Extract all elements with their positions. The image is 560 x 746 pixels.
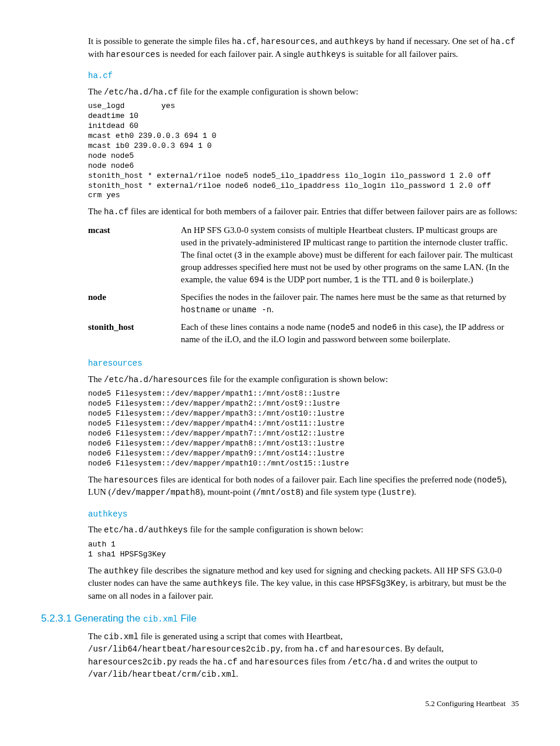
haresources-explain: The haresources files are identical for … <box>88 474 519 499</box>
def-desc: An HP SFS G3.0-0 system consists of mult… <box>181 222 519 289</box>
text: file is generated using a script that co… <box>139 632 343 641</box>
text: file for the example configuration is sh… <box>208 374 388 384</box>
text: is needed for each failover pair. A sing… <box>160 49 306 59</box>
inline-code: hostname <box>181 305 220 315</box>
hacf-explain: The ha.cf files are identical for both m… <box>88 205 519 218</box>
text: , from <box>281 644 304 653</box>
text: with <box>88 49 106 59</box>
inline-code: ha.cf <box>104 207 129 217</box>
def-term: mcast <box>88 222 181 289</box>
text: and <box>355 322 372 332</box>
text: Specifies the nodes in the failover pair… <box>181 292 507 302</box>
heading-text: 5.2.3.1 Generating the <box>41 613 143 624</box>
def-desc: Each of these lines contains a node name… <box>181 319 519 349</box>
authkeys-intro: The etc/ha.d/authkeys file for the sampl… <box>88 524 519 536</box>
text: file for the sample configuration is sho… <box>188 525 363 534</box>
inline-code: ha.cf <box>304 644 329 654</box>
inline-code: lustre <box>382 488 411 497</box>
haresources-intro: The /etc/ha.d/haresources file for the e… <box>88 373 519 386</box>
inline-code: etc/ha.d/authkeys <box>104 525 188 535</box>
text: by hand if necessary. One set of <box>374 36 491 46</box>
text: files from <box>309 657 348 666</box>
text: . <box>271 305 274 314</box>
inline-code: node5 <box>477 475 502 485</box>
text: and <box>237 657 254 666</box>
inline-code: haresources <box>255 657 309 667</box>
inline-code: 3 <box>237 251 242 260</box>
inline-code: /etc/ha.d/ha.cf <box>104 87 178 97</box>
inline-code: ha.cf <box>491 37 515 46</box>
text: is boilerplate.) <box>420 275 473 284</box>
inline-code: /etc/ha.d/haresources <box>104 375 207 384</box>
inline-code: haresources <box>346 644 400 654</box>
text: . By default, <box>400 644 444 653</box>
haresources-code-block: node5 Filesystem::/dev/mapper/mpath1::/m… <box>88 389 519 468</box>
def-desc: Specifies the nodes in the failover pair… <box>181 289 519 319</box>
inline-code: haresources <box>104 475 158 485</box>
text: is the TTL and <box>359 275 415 284</box>
inline-code: HPSFSg3Key <box>356 579 406 588</box>
inline-code: node5 <box>330 323 355 332</box>
text: Each of these lines contains a node name… <box>181 322 330 332</box>
authkeys-heading: authkeys <box>88 507 519 521</box>
cibxml-paragraph: The cib.xml file is generated using a sc… <box>88 630 519 681</box>
inline-code: authkey <box>104 566 139 576</box>
inline-code: uname -n <box>232 305 271 315</box>
inline-code: 694 <box>249 275 264 285</box>
text: ), mount-point ( <box>200 487 256 497</box>
text: and <box>329 644 346 653</box>
authkeys-code-block: auth 1 1 sha1 HPSFSg3Key <box>88 540 519 560</box>
text: The <box>88 525 104 534</box>
def-row-node: node Specifies the nodes in the failover… <box>88 289 519 319</box>
intro-paragraph: It is possible to generate the simple fi… <box>88 35 519 60</box>
text: , and <box>315 36 335 46</box>
inline-code: /var/lib/heartbeat/crm/cib.xml <box>88 670 236 679</box>
hacf-code-block: use_logd yes deadtime 10 initdead 60 mca… <box>88 102 519 201</box>
inline-code: ha.cf <box>232 37 257 46</box>
text: file. The key value, in this case <box>242 578 356 588</box>
text: . <box>236 669 238 679</box>
inline-code: authkeys <box>335 37 374 46</box>
inline-code: haresources <box>106 50 160 59</box>
def-row-mcast: mcast An HP SFS G3.0-0 system consists o… <box>88 222 519 289</box>
inline-code: node6 <box>372 323 397 332</box>
heading-text: ha.cf <box>88 71 113 80</box>
text: files are identical for both nodes of a … <box>158 475 477 484</box>
text: files are identical for both members of … <box>129 207 517 216</box>
inline-code: haresources2cib.py <box>88 657 177 667</box>
text: or <box>220 305 232 314</box>
haresources-heading: haresources <box>88 356 519 370</box>
inline-code: 1 <box>354 275 359 285</box>
text: file for the example configuration is sh… <box>178 87 358 96</box>
def-row-stonith: stonith_host Each of these lines contain… <box>88 319 519 349</box>
inline-code: /mnt/ost8 <box>256 488 301 497</box>
heading-text: authkeys <box>88 509 127 519</box>
footer-section: 5.2 Configuring Heartbeat <box>425 699 505 708</box>
text: The <box>88 566 104 575</box>
inline-code: authkeys <box>306 50 346 59</box>
heading-text: haresources <box>88 359 142 368</box>
text: The <box>88 632 104 641</box>
text: is suitable for all failover pairs. <box>346 49 458 59</box>
inline-code: /dev/mapper/mpath8 <box>112 488 200 497</box>
text: The <box>88 87 104 96</box>
heading-text: File <box>178 613 197 624</box>
hacf-definition-list: mcast An HP SFS G3.0-0 system consists o… <box>88 222 519 348</box>
inline-code: /usr/lib64/heartbeat/haresources2cib.py <box>88 644 281 654</box>
text: is the UDP port number, <box>264 275 354 284</box>
text: The <box>88 374 104 384</box>
text: ) and file system type ( <box>301 487 382 497</box>
text: and writes the output to <box>392 657 477 666</box>
page-content: It is possible to generate the simple fi… <box>88 35 519 681</box>
inline-code: authkeys <box>203 579 242 588</box>
inline-code: cib.xml <box>143 615 178 624</box>
hacf-intro: The /etc/ha.d/ha.cf file for the example… <box>88 86 519 99</box>
text: reads the <box>177 657 212 666</box>
authkeys-explain: The authkey file describes the signature… <box>88 565 519 602</box>
page-footer: 5.2 Configuring Heartbeat 35 <box>88 698 519 709</box>
def-term: node <box>88 289 181 319</box>
def-term: stonith_host <box>88 319 181 349</box>
inline-code: ha.cf <box>212 657 237 667</box>
inline-code: haresources <box>261 37 315 46</box>
inline-code: /etc/ha.d <box>348 657 392 667</box>
